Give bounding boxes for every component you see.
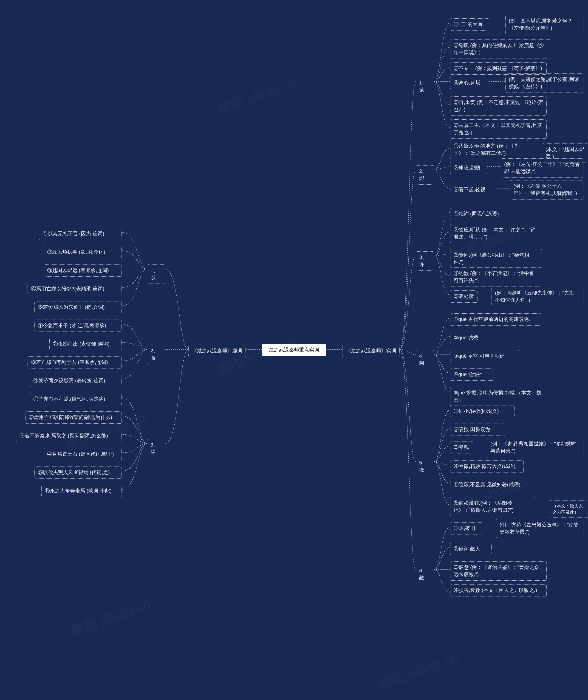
left-group-1[interactable]: 1、以 (147, 264, 165, 284)
right-item: ①què 古代宫殿前两边的高建筑物. (450, 313, 542, 326)
right-item: ②衰败 国势衰微. (450, 424, 505, 436)
right-item: ⑥从属二主.（本文：以其无礼于晋,且贰于楚也.） (450, 119, 547, 139)
right-item: ②谦词 敝人 (450, 543, 492, 555)
right-note: (例：《左传·昭公十六年》："我皆有礼,夫犹鄙我.") (510, 180, 583, 200)
right-note: (例：国不堪贰,君将若之何？《左传·隐公元年》) (505, 15, 583, 34)
right-note: (例：陶渊明《五柳先生传》："先生,不知何许人也.") (492, 287, 583, 306)
left-group-3[interactable]: 3、焉 (147, 439, 165, 458)
right-note: (例：方苞《左忠毅公逸事》："使史更敝衣草屦.") (496, 519, 583, 538)
right-item: ⑤隐蔽,不显露.见微知著(成语) (450, 479, 533, 491)
right-item: ②què 城楼 (450, 332, 487, 344)
right-item: ④离心,背叛 (450, 77, 489, 89)
right-note: (例：《左传·庄公十年》："肉食者鄙,未能远谋.") (501, 158, 583, 178)
right-group-1[interactable]: 1、贰 (416, 77, 434, 96)
right-item: ④约数 (例：《小石潭记》："潭中鱼可百许头.") (450, 267, 542, 287)
left-item: ④焉用亡郑以陪邻?(表顺承,连词) (28, 283, 122, 295)
left-item: ①以其无礼于晋 (因为,连词) (39, 228, 122, 240)
right-item: ②庸俗,鄙陋. (450, 162, 487, 174)
left-item: ②焉用亡郑以陪邻?(疑问副词,为什么) (25, 411, 122, 424)
right-item: ⑤jué 挖掘,引申为侵损,削减.（本文：阙秦） (450, 387, 551, 406)
right-item: ①坏,破旧. (450, 522, 482, 534)
right-item: ②答应,听从.(例：本文："许之."、"许君焦、暇……") (450, 224, 542, 243)
watermark: 树图 shutu.cn (68, 595, 153, 641)
watermark: 树图 shutu.cn (376, 647, 461, 693)
right-group-6[interactable]: 6、敝 (416, 565, 434, 584)
right-item: ②副职 (例：其内任卿贰以上.梁启超《少年中国说》) (450, 39, 551, 59)
right-item: ①边邑,边远的地方 (例：《为学》："蜀之鄙有二僧.") (450, 140, 528, 159)
right-item: ①"二"的大写. (450, 18, 489, 31)
right-group-5[interactable]: 5、微 (416, 457, 434, 476)
right-note: （本文：微夫人之力不及此） (549, 500, 588, 518)
right-item: ④损害,衰败.(本文：因人之力以敝之.) (450, 584, 547, 596)
right-note: (例：夫诸侯之贿,聚于公室,则诸侯贰.《左传》) (505, 73, 583, 93)
right-group-3[interactable]: 3、许 (416, 251, 434, 271)
right-item: ①细小,轻微(同现义) (450, 405, 515, 417)
right-item: ③疲惫 (例：《资治通鉴》："曹操之众,远来疲敝.") (450, 561, 547, 581)
right-item: ⑤再,重复.(例：不迁怒,不贰过.《论语·雍也》) (450, 96, 547, 116)
right-item: ⑤表处所 (450, 290, 478, 303)
watermark: 树图 shutu.cn (215, 73, 300, 119)
left-group-2[interactable]: 2、而 (147, 345, 165, 364)
left-item: ③若亡郑而有利于君 (表顺承,连词) (28, 356, 122, 368)
left-item: ①子亦有不利焉.(语气词,表陈述) (30, 393, 122, 405)
left-item: ⑤以俟夫观人风者得焉 (代词,之) (34, 467, 122, 479)
left-title[interactable]: 《烛之武退秦师》虚词 (188, 345, 246, 357)
left-item: ⑥永之人争奔走焉 (兼词,于此) (41, 485, 122, 497)
right-item: ③卑贱 (450, 441, 473, 453)
left-item: ②敢以烦执事 (拿,用,介词) (44, 246, 122, 258)
right-item: ③不专一 (例：贰则疑惑.《荀子·解蔽》) (450, 62, 547, 75)
right-item: ③赞同.(例《愚公移山》："杂然相许.") (450, 249, 542, 268)
left-item: ④朝济而夕设版焉.(表转折,连词) (30, 375, 122, 387)
left-item: ③若不阙秦,将焉取之 (疑问副词,怎么能) (16, 430, 122, 442)
right-item: ③看不起,轻视. (450, 184, 496, 196)
right-item: ④幽微,精妙.微言大义(成语) (450, 460, 524, 472)
left-item: ③越国以鄙远 (表顺承,连词) (44, 264, 122, 277)
right-item: ③què 皇宫,引申为朝廷 (450, 350, 519, 362)
right-item: ⑥假如没有.(例：《岳阳楼记》："微斯人,吾谁与归?") (450, 497, 535, 516)
right-item: ④quē 通"缺" (450, 368, 494, 381)
right-title[interactable]: 《烛之武退秦师》实词 (342, 345, 400, 357)
left-item: ④且焉置土石 (疑问代词,哪里) (44, 448, 122, 460)
right-group-2[interactable]: 2、鄙 (416, 165, 434, 185)
left-item: ②夜缒而出 (表修饰,连词) (49, 338, 122, 350)
left-item: ⑤若舍郑以为东道主 (把,介词) (34, 301, 122, 313)
right-item: ①准许.(同现代汉语) (450, 208, 510, 220)
right-note: (例：《史记·曹相国世家》："参如微时,与萧何善.") (487, 438, 583, 457)
left-item: ①今急而求子 (才,连词,表顺承) (34, 320, 122, 332)
right-group-4[interactable]: 4、阙 (416, 350, 434, 369)
root-node[interactable]: 烛之武退秦师重点实词 (262, 344, 326, 356)
